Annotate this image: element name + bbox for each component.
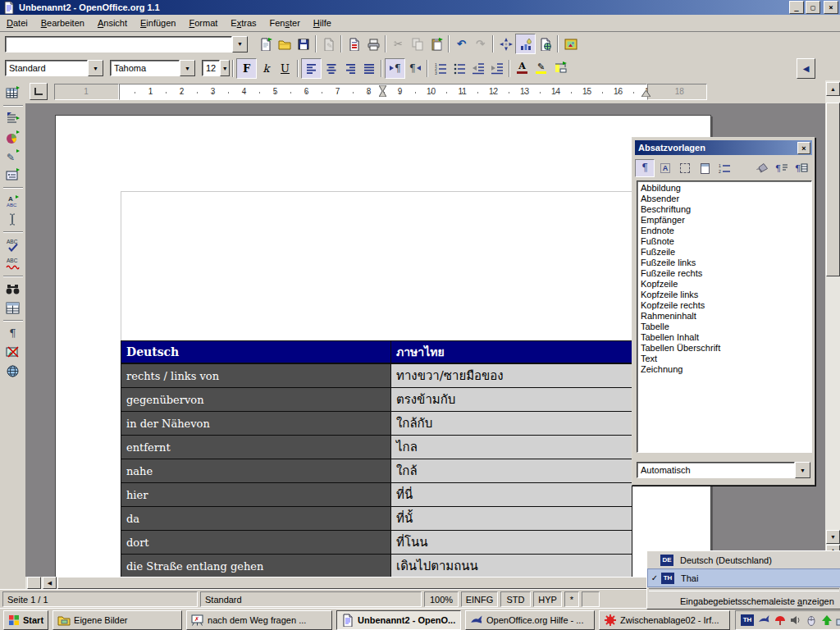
style-list-item[interactable]: Rahmeninhalt (637, 311, 811, 322)
style-filter-dropdown-arrow-icon[interactable]: ▼ (795, 462, 810, 478)
status-page-style[interactable]: Standard (200, 591, 422, 607)
language-menu-item[interactable]: DEDeutsch (Deutschland) (647, 551, 840, 568)
style-list-item[interactable]: Fußnote (637, 236, 811, 247)
table-cell-thai[interactable]: ทางขวา/ซายมือของ (391, 363, 632, 388)
task-button[interactable]: OpenOffice.org Hilfe - ... (465, 610, 595, 630)
table-cell-thai[interactable]: ตรงข้ามกับ (391, 388, 632, 412)
task-button[interactable]: Unbenannt2 - OpenO... (336, 610, 461, 630)
table-header-cell[interactable]: ภาษาไทย (391, 341, 632, 364)
background-color-icon[interactable] (550, 59, 569, 78)
table-cell-german[interactable]: dort (121, 531, 391, 555)
table-cell-german[interactable]: die Straße entlang gehen (121, 555, 391, 578)
open-icon[interactable] (275, 34, 294, 53)
gallery-icon[interactable] (561, 34, 580, 53)
navigator-icon[interactable] (496, 34, 515, 53)
url-dropdown-arrow-icon[interactable]: ▼ (232, 36, 248, 52)
fill-format-mode-icon[interactable] (753, 160, 771, 176)
bold-button[interactable]: F (236, 58, 257, 79)
style-dropdown-arrow-icon[interactable]: ▼ (88, 60, 103, 76)
autospellcheck-icon[interactable]: ABC (3, 254, 22, 273)
style-list[interactable]: AbbildungAbsenderBeschriftungEmpfängerEn… (637, 180, 812, 453)
graphics-toggle-icon[interactable] (3, 343, 22, 362)
table-cell-thai[interactable]: ไกล (391, 436, 632, 459)
frame-styles-icon[interactable] (676, 160, 694, 176)
scroll-corner-button[interactable] (27, 577, 41, 589)
url-input[interactable] (5, 36, 232, 52)
insert-object-icon[interactable] (3, 128, 22, 147)
style-list-item[interactable]: Fußzeile rechts (637, 268, 811, 279)
url-combobox[interactable]: ▼ (5, 36, 248, 52)
scroll-down-icon[interactable]: ▼ (826, 530, 840, 544)
insert-icon[interactable] (3, 109, 22, 128)
cut-icon[interactable]: ✂ (389, 34, 408, 53)
character-styles-icon[interactable]: A (656, 160, 674, 176)
maximize-button[interactable]: ▢ (806, 1, 820, 14)
style-list-item[interactable]: Empfänger (637, 215, 811, 226)
mail-document-icon[interactable] (345, 34, 363, 53)
underline-button[interactable]: U (276, 59, 294, 78)
rtl-icon[interactable]: ¶ (405, 59, 424, 78)
stylist-icon[interactable] (515, 34, 536, 54)
copy-icon[interactable] (408, 34, 427, 53)
fontsize-combobox[interactable]: 12 ▼ (202, 60, 230, 76)
task-button[interactable]: Eigene Bilder (52, 610, 182, 630)
align-justify-icon[interactable] (359, 59, 378, 78)
style-list-item[interactable]: Tabelle (637, 322, 811, 332)
draw-functions-icon[interactable]: ✎ (3, 147, 22, 166)
ltr-icon[interactable]: ¶ (385, 58, 405, 79)
save-icon[interactable] (294, 34, 313, 53)
task-button[interactable]: ✗nach dem Weg fragen ... (186, 610, 332, 630)
style-list-item[interactable]: Tabellen Überschrift (637, 343, 811, 354)
table-cell-german[interactable]: nahe (121, 459, 391, 483)
style-list-item[interactable]: Fußzeile (637, 247, 811, 258)
style-list-item[interactable]: Beschriftung (637, 204, 811, 215)
table-cell-german[interactable]: da (121, 507, 391, 531)
paragraph-styles-icon[interactable]: ¶ (635, 159, 655, 177)
status-hyperlink-mode[interactable]: HYP (533, 591, 562, 607)
print-icon[interactable] (363, 34, 382, 53)
bullet-list-icon[interactable] (450, 59, 468, 78)
autotext-icon[interactable]: AABC (3, 191, 22, 210)
antivirus-icon[interactable] (773, 614, 787, 627)
table-cell-german[interactable]: entfernt (121, 436, 391, 459)
align-right-icon[interactable] (340, 59, 359, 78)
increase-indent-icon[interactable] (487, 59, 506, 78)
insert-table-icon[interactable] (3, 84, 22, 103)
table-cell-thai[interactable]: ที่โนน (391, 531, 632, 555)
numbered-list-icon[interactable]: 123 (431, 59, 450, 78)
spellcheck-icon[interactable]: ABC (3, 235, 22, 254)
volume-icon[interactable] (788, 614, 802, 627)
page-styles-icon[interactable] (696, 160, 714, 176)
status-selection-mode[interactable]: STD (500, 591, 531, 607)
redo-icon[interactable]: ↷ (471, 34, 490, 53)
horizontal-ruler[interactable]: 1 1234567891011121314151617 18 (54, 84, 707, 100)
status-insert-mode[interactable]: EINFG (461, 591, 498, 607)
style-list-item[interactable]: Endnote (637, 226, 811, 236)
task-button[interactable]: Zwischenablage02 - Irf... (599, 610, 730, 630)
new-document-icon[interactable] (256, 34, 275, 53)
fontsize-value[interactable]: 12 (202, 60, 220, 76)
start-button[interactable]: Start (3, 610, 48, 630)
toolbar-collapse-button[interactable]: ◀ (797, 58, 815, 79)
menu-format[interactable]: Format (182, 16, 224, 30)
menu-hilfe[interactable]: Hilfe (307, 16, 338, 30)
style-filter-value[interactable]: Automatisch (637, 462, 795, 478)
italic-button[interactable]: k (257, 59, 276, 78)
show-input-locale-bar-item[interactable]: Eingabegebietsschemaleiste anzeigen (647, 592, 840, 609)
page[interactable]: Deutschภาษาไทยrechts / links vonทางขวา/ซ… (55, 115, 711, 577)
numbering-styles-icon[interactable]: 12 (715, 160, 733, 176)
font-value[interactable]: Tahoma (110, 60, 180, 76)
close-button[interactable]: × (824, 1, 838, 14)
style-value[interactable]: Standard (5, 60, 88, 76)
table-cell-thai[interactable]: ที่นั้ (391, 507, 632, 531)
data-sources-icon[interactable] (3, 299, 22, 317)
edit-file-icon[interactable]: ✎ (319, 34, 338, 53)
table-cell-german[interactable]: in der Nähevon (121, 412, 391, 436)
form-functions-icon[interactable] (3, 166, 22, 185)
menu-extras[interactable]: Extras (224, 16, 262, 30)
find-replace-icon[interactable] (3, 280, 22, 299)
style-list-item[interactable]: Text (637, 354, 811, 364)
direct-cursor-icon[interactable] (3, 210, 22, 229)
table-cell-thai[interactable]: ที่นี่ (391, 483, 632, 507)
table-cell-thai[interactable]: ใกล้กับ (391, 412, 632, 436)
